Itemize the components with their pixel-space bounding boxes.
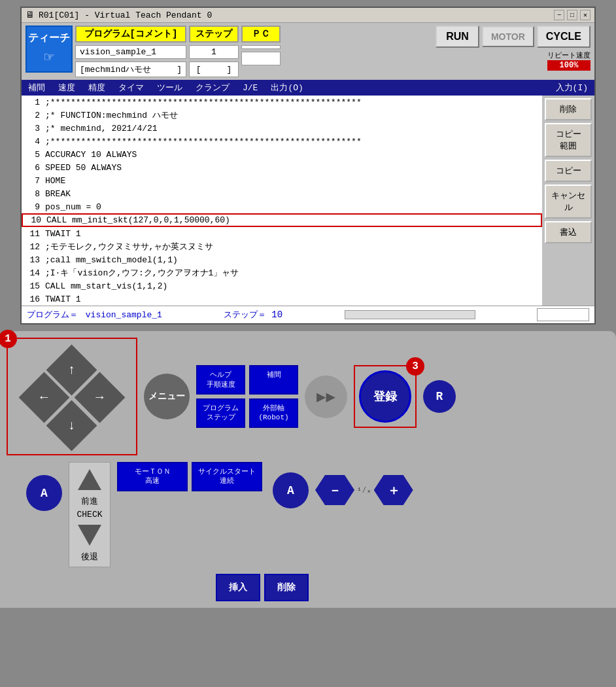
fast-forward-icon: ▶▶ <box>317 387 335 406</box>
status-bar: プログラム＝ vision_sample_1 ステップ＝ 10 <box>22 306 594 323</box>
delete-bottom-button[interactable]: 削除 <box>264 574 309 601</box>
r-label: R <box>436 390 443 403</box>
code-area: 1 ;*************************************… <box>22 96 594 306</box>
forward-check-group: 前進 CHECK 後退 <box>69 462 111 567</box>
status-program: プログラム＝ vision_sample_1 <box>27 309 162 321</box>
window-icon: 🖥 <box>26 10 35 20</box>
dpad: ↑ ↓ ← → <box>20 345 124 450</box>
write-button[interactable]: 書込 <box>545 221 592 243</box>
code-line: 1 ;*************************************… <box>22 96 542 109</box>
step-label: ステップ <box>189 26 239 43</box>
status-program-label: プログラム＝ <box>27 310 78 320</box>
motor-on-button[interactable]: モーＴＯＮ高速 <box>117 462 188 491</box>
motor-button[interactable]: MOTOR <box>482 26 534 47</box>
code-line: 7 HOME <box>22 174 542 187</box>
code-line-highlighted[interactable]: 10 CALL mm_init_skt(127,0,0,1,50000,60) <box>22 213 542 227</box>
menu-output[interactable]: 出力(O) <box>268 81 305 94</box>
step-sub[interactable]: [ ] <box>189 62 239 77</box>
copy-button[interactable]: コピー <box>545 160 592 182</box>
minus-plus-group: － ¹⁄ₓ ＋ <box>315 475 413 505</box>
copy-range-button[interactable]: コピー範囲 <box>545 123 592 157</box>
r-button[interactable]: R <box>423 380 456 413</box>
progress-bar <box>345 310 475 319</box>
plus-button[interactable]: ＋ <box>374 475 413 505</box>
code-line: 4 ;*************************************… <box>22 135 542 148</box>
status-step-value: 10 <box>271 309 282 320</box>
minus-button[interactable]: － <box>315 475 354 505</box>
cancel-button[interactable]: キャンセル <box>545 185 592 219</box>
hojo-button[interactable]: 補間 <box>249 365 298 395</box>
run-button[interactable]: RUN <box>436 26 479 48</box>
program-sub[interactable]: [mechmindハモせ ] <box>75 62 186 77</box>
pc-sub[interactable] <box>241 52 281 65</box>
menu-tool[interactable]: ツール <box>154 81 185 94</box>
teach-button[interactable]: ティーチ ☞ <box>26 26 73 73</box>
minimize-button[interactable]: − <box>554 10 564 20</box>
back-button[interactable] <box>73 522 106 548</box>
menu-button[interactable]: メニュー <box>144 374 190 419</box>
window-title: R01[C01] - Virtual Teach Pendant 0 <box>39 10 212 20</box>
program-step-button[interactable]: プログラムステップ <box>196 398 245 428</box>
speed-label: リピート速度 <box>547 50 590 60</box>
pendant: 1 ↑ ↓ ← → メニュー ヘルプ手順速度 補間 プログラムステップ 外部軸(… <box>0 331 616 608</box>
menubar: 補間 速度 精度 タイマ ツール クランプ J/E 出力(O) 入力(I) <box>22 80 594 96</box>
code-line: 15 CALL mm_start_vis(1,1,2) <box>22 279 542 292</box>
blue-btn-group-top: ヘルプ手順速度 補間 プログラムステップ 外部軸(Robot) <box>196 365 298 427</box>
code-line: 6 SPEED 50 ALWAYS <box>22 161 542 174</box>
status-step-label: ステップ＝ <box>224 309 266 321</box>
svg-marker-0 <box>78 469 101 490</box>
program-value[interactable]: vision_sample_1 <box>75 45 186 59</box>
status-program-name: vision_sample_1 <box>86 310 162 320</box>
forward-label: 前進 <box>81 495 98 507</box>
forward-button[interactable] <box>73 467 106 493</box>
a-button-bottom[interactable]: A <box>26 475 62 511</box>
cycle-start-button[interactable]: サイクルスタート連続 <box>192 462 262 491</box>
gaibujiku-button[interactable]: 外部軸(Robot) <box>249 398 298 428</box>
fraction-label: ¹⁄ₓ <box>357 485 371 495</box>
code-line: 16 TWAIT 1 <box>22 292 542 306</box>
restore-button[interactable]: □ <box>567 10 577 20</box>
minus-plus-area: － ¹⁄ₓ ＋ <box>315 468 413 505</box>
a-button-middle[interactable]: A <box>273 472 309 508</box>
code-lines: 1 ;*************************************… <box>22 96 542 306</box>
code-line: 13 ;call mm_switch_model(1,1) <box>22 253 542 266</box>
bottom-blue-row: 挿入 削除 <box>216 574 609 601</box>
cycle-button[interactable]: CYCLE <box>537 26 590 48</box>
insert-button[interactable]: 挿入 <box>216 574 260 601</box>
status-input[interactable] <box>537 308 589 321</box>
code-line: 11 TWAIT 1 <box>22 227 542 240</box>
menu-clamp[interactable]: クランプ <box>193 81 232 94</box>
menu-spacer <box>314 87 545 88</box>
menu-input[interactable]: 入力(I) <box>553 81 590 94</box>
pendant-row2: A 前進 CHECK 後退 モーＴＯＮ高速 サイクルスタート連続 A <box>7 462 609 567</box>
circle-1: 1 <box>0 330 17 348</box>
pc-value[interactable] <box>241 45 281 49</box>
main-window: 🖥 R01[C01] - Virtual Teach Pendant 0 − □… <box>20 7 596 325</box>
a2-label: A <box>287 484 294 497</box>
code-line: 3 ;* mechmind, 2021/4/21 <box>22 122 542 135</box>
menu-timer[interactable]: タイマ <box>116 81 146 94</box>
menu-speed[interactable]: 速度 <box>56 81 78 94</box>
title-bar-controls: − □ ✕ <box>554 10 590 20</box>
speed-value: 100% <box>547 60 590 71</box>
step-value[interactable]: 1 <box>189 45 239 59</box>
svg-marker-1 <box>78 525 101 546</box>
pc-label: ＰＣ <box>241 26 281 43</box>
fast-forward-button[interactable]: ▶▶ <box>305 376 347 418</box>
delete-button[interactable]: 削除 <box>545 98 592 120</box>
close-button[interactable]: ✕ <box>580 10 590 20</box>
menu-je[interactable]: J/E <box>240 82 260 94</box>
register-button[interactable]: 登録 <box>359 370 411 423</box>
menu-precision[interactable]: 精度 <box>86 81 108 94</box>
code-line: 5 ACCURACY 10 ALWAYS <box>22 148 542 161</box>
code-line: 9 pos_num = 0 <box>22 200 542 213</box>
code-line: 12 ;モテモレク,ウクヌミササ,ャか英スヌミサ <box>22 240 542 253</box>
help-button[interactable]: ヘルプ手順速度 <box>196 365 245 395</box>
blue-btn-group-bottom: モーＴＯＮ高速 サイクルスタート連続 <box>117 462 262 491</box>
toolbar: ティーチ ☞ プログラム[コメント] vision_sample_1 [mech… <box>22 23 594 80</box>
title-bar: 🖥 R01[C01] - Virtual Teach Pendant 0 − □… <box>22 8 594 23</box>
a-label-bottom: A <box>41 487 48 500</box>
menu-hojo[interactable]: 補間 <box>26 81 48 94</box>
program-label: プログラム[コメント] <box>75 26 186 43</box>
plus-icon: ＋ <box>387 482 400 499</box>
